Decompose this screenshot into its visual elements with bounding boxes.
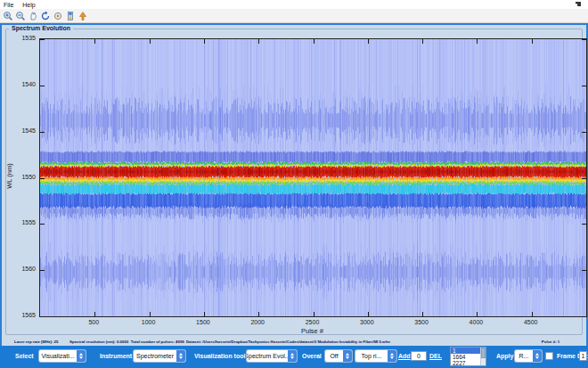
menu-help[interactable]: Help xyxy=(22,2,35,8)
listbox-scrollbar[interactable] xyxy=(480,348,486,365)
x-tick-label: 3500 xyxy=(414,319,429,325)
select-dropdown-value: Visualizati... xyxy=(39,350,77,362)
select-dropdown[interactable]: Visualizati... xyxy=(39,350,86,362)
status-pulses: Total number of pulses: 4999 xyxy=(131,340,184,345)
position-dropdown-value: Top ri... xyxy=(355,350,388,362)
x-tick-label: 500 xyxy=(88,319,99,325)
add-button[interactable]: Add xyxy=(398,353,411,359)
apply-dropdown[interactable]: R... xyxy=(515,350,542,362)
overall-dropdown[interactable]: Off xyxy=(325,350,352,362)
main-panel: Spectrum Evolution 500100015002000250030… xyxy=(0,23,588,368)
overall-label: Overal xyxy=(302,353,322,359)
select-label: Select xyxy=(15,353,34,359)
instrument-dropdown[interactable]: Spectrometer xyxy=(134,350,185,362)
instrument-label: Instrument xyxy=(100,353,132,359)
x-tick-label: 3000 xyxy=(360,319,374,325)
add-index-input[interactable] xyxy=(411,351,427,361)
apply-dropdown-value: R... xyxy=(515,350,533,362)
apply-label: Apply xyxy=(496,353,513,359)
dropdown-arrows-icon xyxy=(388,350,396,362)
status-rep-rate: Laser rep rate (MHz): 25 xyxy=(14,340,58,345)
x-tick-label: 2000 xyxy=(250,319,265,325)
x-tick-label: 4500 xyxy=(524,319,538,325)
apply-checkbox[interactable] xyxy=(545,352,553,360)
pulse-listbox[interactable]: 116642227 xyxy=(450,347,486,366)
x-tick-label: 4000 xyxy=(470,319,484,325)
vis-tool-dropdown[interactable]: Spectrum Evol... xyxy=(247,350,297,362)
rotate-3d-icon[interactable] xyxy=(40,11,51,21)
frame-ds-input[interactable] xyxy=(579,351,587,361)
dropdown-arrows-icon xyxy=(343,350,352,362)
position-dropdown[interactable]: Top ri... xyxy=(355,350,396,362)
edit-plot-icon[interactable] xyxy=(78,11,88,21)
list-item[interactable]: 1 xyxy=(451,348,480,354)
menu-file[interactable]: File xyxy=(4,2,13,8)
spectrum-heatmap[interactable] xyxy=(39,38,587,317)
pan-icon[interactable] xyxy=(28,11,38,21)
list-item[interactable]: 1664 xyxy=(451,354,480,360)
figure-toolbar xyxy=(0,9,588,23)
overall-dropdown-value: Off xyxy=(325,350,343,362)
app-window: File Help Spectrum Evolution xyxy=(0,0,588,368)
y-tick-label: 1565 xyxy=(2,312,36,318)
dropdown-arrows-icon xyxy=(533,350,542,362)
dropdown-arrows-icon xyxy=(77,350,86,362)
colorbar-icon[interactable] xyxy=(65,11,76,21)
zoom-in-icon[interactable] xyxy=(3,11,13,21)
instrument-dropdown-value: Spectrometer xyxy=(134,350,176,362)
list-item[interactable]: 2227 xyxy=(451,360,480,365)
zoom-out-icon[interactable] xyxy=(15,11,26,21)
y-tick-label: 1540 xyxy=(2,81,36,87)
y-axis-label: WL (nm) xyxy=(5,114,13,239)
panel-title: Spectrum Evolution xyxy=(9,25,73,31)
x-tick-label: 1500 xyxy=(196,319,210,325)
window-menu-icon[interactable] xyxy=(576,2,581,6)
status-dataset: Dataset: /Users/hossein/Dropbox/Tachyoni… xyxy=(186,340,390,345)
listbox-scroll-thumb[interactable] xyxy=(481,348,486,358)
delete-button[interactable]: DEL xyxy=(429,353,442,359)
x-axis-label: Pulse # xyxy=(39,327,585,335)
data-cursor-icon[interactable] xyxy=(53,11,63,21)
status-pulse-index: Pulse #: 1 xyxy=(542,340,559,345)
x-tick-label: 2500 xyxy=(306,319,320,325)
y-tick-label: 1560 xyxy=(2,266,36,272)
vis-tool-dropdown-value: Spectrum Evol... xyxy=(247,350,288,362)
vis-tool-label: Visualization tool: xyxy=(194,353,248,359)
dropdown-arrows-icon xyxy=(176,350,185,362)
y-tick-label: 1535 xyxy=(2,35,36,41)
dropdown-arrows-icon xyxy=(288,350,297,362)
control-bar: Select Visualizati... Instrument Spectro… xyxy=(0,346,588,368)
status-resolution: Spectral resolution (nm): 0.0003 xyxy=(69,340,128,345)
x-tick-label: 1000 xyxy=(142,319,156,325)
menu-bar: File Help xyxy=(0,0,588,9)
